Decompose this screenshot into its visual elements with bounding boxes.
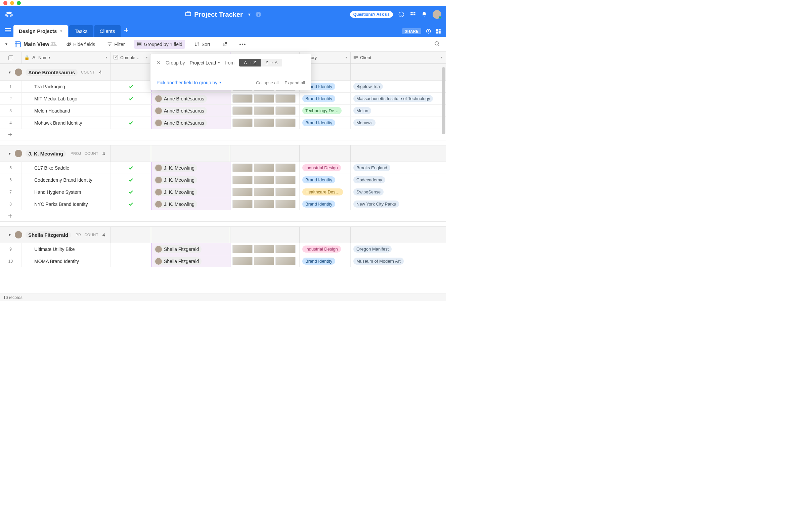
attachment-thumbnail[interactable]: [254, 176, 274, 184]
column-header-client[interactable]: Client ▼: [351, 52, 446, 63]
cell-project-lead[interactable]: Anne Brontësaurus: [151, 105, 230, 116]
sort-asc-option[interactable]: A → Z: [239, 59, 261, 66]
sort-desc-option[interactable]: Z → A: [261, 59, 282, 66]
user-avatar[interactable]: [433, 10, 441, 19]
table-row[interactable]: 7Hand Hygiene SystemJ. K. MeowlingHealth…: [0, 186, 446, 198]
add-record-button[interactable]: [0, 210, 446, 222]
sort-direction-toggle[interactable]: A → Z Z → A: [239, 59, 282, 66]
blocks-icon[interactable]: [435, 28, 441, 34]
table-row[interactable]: 5C17 Bike SaddleJ. K. MeowlingIndustrial…: [0, 162, 446, 174]
info-icon[interactable]: i: [256, 12, 261, 17]
cell-project-lead[interactable]: Anne Brontësaurus: [151, 117, 230, 129]
cell-name[interactable]: Mohawk Brand Identity: [21, 117, 111, 129]
base-dropdown-caret-icon[interactable]: ▼: [247, 13, 251, 17]
add-group-field-button[interactable]: Pick another field to group by ▼: [156, 80, 222, 85]
cell-project-lead[interactable]: J. K. Meowling: [151, 198, 230, 210]
group-header[interactable]: ▼Shella FitzgeraldPRCOUNT4: [0, 226, 446, 243]
share-view-button[interactable]: [220, 40, 230, 49]
cell-client[interactable]: Massachusetts Institute of Technology: [351, 93, 446, 104]
attachment-thumbnail[interactable]: [232, 107, 252, 115]
search-icon[interactable]: [434, 41, 440, 48]
hide-fields-button[interactable]: Hide fields: [63, 40, 98, 49]
cell-client[interactable]: SwipeSense: [351, 186, 446, 198]
views-sidebar-caret-icon[interactable]: ▼: [5, 42, 8, 46]
collapse-all-button[interactable]: Collapse all: [256, 80, 279, 85]
attachment-thumbnail[interactable]: [276, 176, 296, 184]
cell-category[interactable]: Brand Identity: [300, 255, 351, 267]
attachment-thumbnail[interactable]: [254, 188, 274, 196]
cell-category[interactable]: Brand Identity: [300, 174, 351, 186]
table-row[interactable]: 10MOMA Brand IdentityShella FitzgeraldBr…: [0, 255, 446, 267]
cell-name[interactable]: Tea Packaging: [21, 81, 111, 92]
cell-photos[interactable]: [230, 243, 300, 255]
cell-photos[interactable]: [230, 186, 300, 198]
attachment-thumbnail[interactable]: [232, 118, 252, 127]
cell-complete[interactable]: [111, 117, 151, 129]
expand-all-button[interactable]: Expand all: [284, 80, 305, 85]
cell-client[interactable]: Codecademy: [351, 174, 446, 186]
attachment-thumbnail[interactable]: [254, 94, 274, 103]
cell-photos[interactable]: [230, 174, 300, 186]
attachment-thumbnail[interactable]: [276, 118, 296, 127]
cell-name[interactable]: MIT Media Lab Logo: [21, 93, 111, 104]
table-row[interactable]: 2MIT Media Lab LogoAnne BrontësaurusBran…: [0, 93, 446, 105]
help-icon[interactable]: ?: [398, 12, 405, 17]
cell-complete[interactable]: [111, 186, 151, 198]
cell-client[interactable]: Mohawk: [351, 117, 446, 129]
attachment-thumbnail[interactable]: [232, 188, 252, 196]
collapse-group-caret-icon[interactable]: ▼: [8, 233, 12, 237]
cell-category[interactable]: Brand Identity: [300, 93, 351, 104]
collaborators-icon[interactable]: [50, 41, 57, 48]
apps-grid-icon[interactable]: [410, 12, 416, 17]
checkbox-icon[interactable]: [8, 55, 13, 60]
attachment-thumbnail[interactable]: [254, 257, 274, 265]
cell-complete[interactable]: [111, 174, 151, 186]
table-row[interactable]: 6Codecademy Brand IdentityJ. K. Meowling…: [0, 174, 446, 186]
select-all-column[interactable]: [0, 52, 21, 63]
attachment-thumbnail[interactable]: [276, 257, 296, 265]
share-button[interactable]: SHARE: [402, 28, 421, 34]
minimize-window-icon[interactable]: [10, 1, 14, 5]
notifications-bell-icon[interactable]: [421, 12, 427, 17]
attachment-thumbnail[interactable]: [232, 257, 252, 265]
cell-project-lead[interactable]: Anne Brontësaurus: [151, 93, 230, 104]
attachment-thumbnail[interactable]: [232, 94, 252, 103]
cell-category[interactable]: Brand Identity: [300, 117, 351, 129]
cell-client[interactable]: Brooks England: [351, 162, 446, 174]
cell-name[interactable]: NYC Parks Brand Identity: [21, 198, 111, 210]
vertical-scrollbar[interactable]: [442, 67, 445, 134]
attachment-thumbnail[interactable]: [232, 176, 252, 184]
cell-complete[interactable]: [111, 93, 151, 104]
tab-clients[interactable]: Clients: [94, 25, 120, 37]
cell-name[interactable]: Ultimate Utility Bike: [21, 243, 111, 255]
collapse-group-caret-icon[interactable]: ▼: [8, 71, 12, 74]
attachment-thumbnail[interactable]: [276, 245, 296, 253]
column-header-complete[interactable]: Comple… ▼: [111, 52, 151, 63]
history-icon[interactable]: [425, 28, 431, 34]
table-row[interactable]: 4Mohawk Brand IdentityAnne BrontësaurusB…: [0, 117, 446, 129]
column-menu-caret-icon[interactable]: ▼: [440, 56, 443, 59]
cell-photos[interactable]: [230, 255, 300, 267]
attachment-thumbnail[interactable]: [254, 118, 274, 127]
attachment-thumbnail[interactable]: [254, 107, 274, 115]
cell-photos[interactable]: [230, 162, 300, 174]
table-row[interactable]: 9Ultimate Utility BikeShella FitzgeraldI…: [0, 243, 446, 255]
cell-complete[interactable]: [111, 255, 151, 267]
group-header[interactable]: ▼J. K. MeowlingPROJCOUNT4: [0, 145, 446, 162]
table-row[interactable]: 8NYC Parks Brand IdentityJ. K. MeowlingB…: [0, 198, 446, 210]
tab-design-projects[interactable]: Design Projects ▼: [14, 25, 68, 37]
close-window-icon[interactable]: [3, 1, 7, 5]
cell-name[interactable]: C17 Bike Saddle: [21, 162, 111, 174]
column-header-name[interactable]: 🔒 A Name ▼: [21, 52, 111, 63]
ask-button[interactable]: Questions? Ask us: [350, 11, 393, 18]
sort-button[interactable]: Sort: [192, 40, 213, 49]
attachment-thumbnail[interactable]: [232, 245, 252, 253]
cell-category[interactable]: Healthcare Des…: [300, 186, 351, 198]
cell-complete[interactable]: [111, 243, 151, 255]
attachment-thumbnail[interactable]: [276, 94, 296, 103]
cell-client[interactable]: Melon: [351, 105, 446, 116]
cell-category[interactable]: Industrial Design: [300, 243, 351, 255]
cell-client[interactable]: Oregon Manifest: [351, 243, 446, 255]
add-record-button[interactable]: [0, 129, 446, 140]
filter-button[interactable]: Filter: [105, 40, 127, 49]
